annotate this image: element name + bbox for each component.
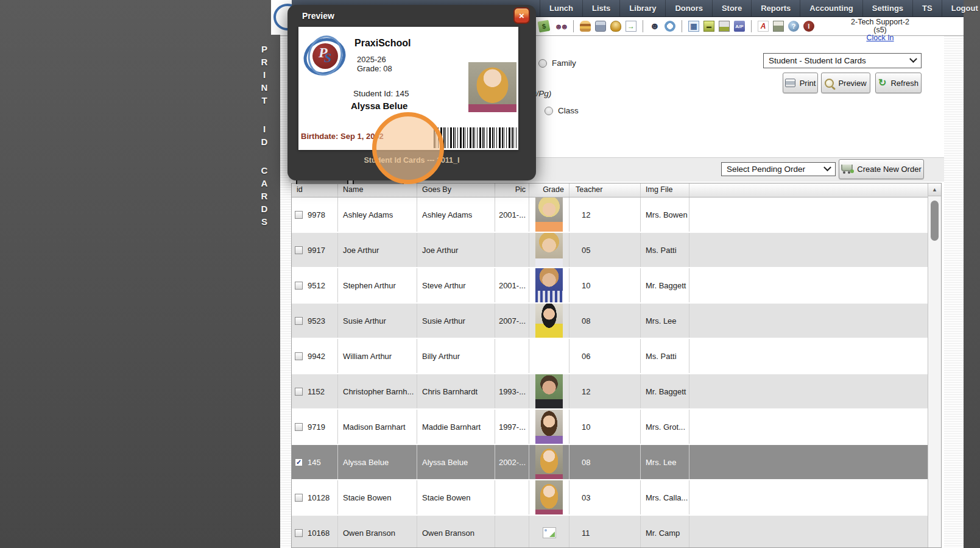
cell [529, 268, 569, 302]
cell: Ashley Adams [417, 197, 495, 232]
row-checkbox[interactable] [295, 211, 303, 219]
chevron-down-icon [909, 55, 917, 63]
cell [495, 339, 529, 373]
student-photo [535, 268, 563, 302]
student-row-9978[interactable]: 9978Ashley AdamsAshley Adams2001-...12Mr… [292, 197, 929, 233]
nav-tab-ts[interactable]: TS [912, 0, 942, 16]
card-grade: Grade: 08 [357, 64, 392, 73]
column-header-pic[interactable]: Pic [495, 183, 529, 197]
student-row-1152[interactable]: 1152Christopher Barnh...Chris Barnhardt1… [292, 374, 929, 410]
family-radio-label: Family [552, 59, 576, 68]
ledger-icon[interactable]: ▦ [688, 21, 699, 32]
family-icon[interactable]: ☻☻ [554, 21, 567, 32]
student-row-9512[interactable]: 9512Stephen ArthurSteve Arthur2001-...10… [292, 268, 929, 304]
cell [529, 445, 569, 479]
card-type-select-value: Student - Student Id Cards [769, 56, 866, 65]
student-row-9523[interactable]: 9523Susie ArthurSusie Arthur2007-...08Mr… [292, 304, 929, 339]
student-row-9942[interactable]: 9942William ArthurBilly Arthur06Ms. Patt… [292, 339, 929, 374]
row-checkbox[interactable] [295, 388, 303, 396]
cell [529, 516, 569, 548]
clock-in-link[interactable]: Clock In [844, 34, 917, 42]
close-button[interactable]: × [513, 7, 530, 24]
cell: Stacie Bowen [417, 480, 495, 514]
row-checkbox[interactable] [295, 423, 303, 431]
row-checkbox[interactable] [295, 529, 303, 537]
cell: 9719 [292, 410, 338, 444]
pdf-icon[interactable]: A [758, 21, 769, 32]
bell-icon[interactable] [610, 21, 621, 32]
column-header-filler[interactable] [689, 183, 929, 197]
export-icon[interactable]: → [626, 21, 636, 32]
row-checkbox[interactable] [295, 494, 303, 502]
cell [495, 233, 529, 267]
cell: 9917 [292, 233, 338, 267]
cell [529, 233, 569, 267]
locker-icon[interactable] [595, 21, 606, 32]
student-row-9719[interactable]: 9719Madison BarnhartMaddie Barnhart1997-… [292, 410, 929, 445]
nav-tab-logout[interactable]: Logout [942, 0, 980, 16]
alarm-clock-icon[interactable] [664, 21, 675, 32]
nav-tab-lunch[interactable]: Lunch [540, 0, 582, 16]
radio-circle-icon[interactable] [538, 59, 547, 68]
staff-icon[interactable]: ☻ [649, 21, 660, 32]
preview-button[interactable]: Preview [821, 73, 870, 93]
row-checkbox[interactable] [295, 317, 303, 325]
column-header-name[interactable]: Name [338, 183, 417, 197]
nav-tab-reports[interactable]: Reports [751, 0, 800, 16]
student-id: 9917 [308, 246, 325, 255]
power-icon[interactable]: I [803, 21, 814, 32]
print-button[interactable]: Print [783, 73, 818, 93]
pending-order-select[interactable]: Select Pending Order [721, 162, 836, 176]
user-label: 2-Tech Support-2 (s5) [844, 18, 917, 34]
vertical-letter: R [255, 55, 273, 68]
cell [529, 197, 569, 232]
create-order-label: Create New Order [857, 165, 921, 174]
create-new-order-button[interactable]: Create New Order [839, 159, 924, 179]
card-type-select[interactable]: Student - Student Id Cards [763, 53, 922, 68]
nav-tab-library[interactable]: Library [619, 0, 665, 16]
lunch-icon[interactable] [580, 21, 591, 32]
cash-icon[interactable]: $ [538, 20, 551, 33]
student-id: 9978 [308, 210, 325, 219]
cart-icon [841, 165, 853, 171]
row-checkbox[interactable] [295, 352, 303, 360]
student-row-10168[interactable]: 10168Owen BransonOwen Branson11Mr. Camp [292, 516, 929, 548]
student-row-145[interactable]: ✓145Alyssa BelueAlyssa Belue2002-...08Mr… [292, 445, 929, 480]
student-id: 10168 [308, 528, 330, 538]
scroll-thumb[interactable] [931, 201, 939, 241]
click-highlight [372, 112, 444, 184]
nav-tab-lists[interactable]: Lists [582, 0, 619, 16]
column-header-teacher[interactable]: Teacher [569, 183, 641, 197]
row-checkbox[interactable] [295, 282, 303, 290]
row-checkbox[interactable] [295, 246, 303, 254]
radio-circle-icon[interactable] [545, 107, 553, 115]
row-checkbox-checked[interactable]: ✓ [295, 458, 303, 466]
accounts-payable-icon[interactable]: A/P [734, 21, 745, 32]
family-radio[interactable]: Family [538, 59, 576, 68]
nav-tab-donors[interactable]: Donors [665, 0, 712, 16]
table-scrollbar[interactable]: ▲ [928, 183, 941, 547]
column-header-id[interactable]: id [292, 183, 338, 197]
cell: Mrs. Lee [641, 445, 689, 479]
class-radio[interactable]: Class [545, 106, 579, 115]
column-header-goes-by[interactable]: Goes By [417, 183, 495, 197]
help-icon[interactable]: ? [788, 21, 799, 32]
refresh-button[interactable]: ↻ Refresh [875, 73, 922, 93]
column-header-img-file[interactable]: Img File [641, 183, 689, 197]
student-row-10128[interactable]: 10128Stacie BowenStacie Bowen03Mrs. Call… [292, 480, 929, 516]
cell [529, 339, 569, 373]
scroll-up-button[interactable]: ▲ [928, 183, 941, 196]
nav-tab-accounting[interactable]: Accounting [800, 0, 862, 16]
cash-register-icon[interactable] [773, 21, 784, 32]
print-checks-icon[interactable] [719, 21, 730, 32]
check-icon[interactable]: ▬ [703, 21, 714, 32]
vertical-letter: P [255, 43, 273, 55]
nav-tab-store[interactable]: Store [712, 0, 751, 16]
student-row-9917[interactable]: 9917Joe ArthurJoe Arthur05Ms. Patti [292, 233, 929, 268]
nav-tab-settings[interactable]: Settings [862, 0, 912, 16]
cell: Mrs. Grot... [641, 410, 689, 444]
toolbar-separator [751, 20, 752, 32]
close-icon: × [519, 11, 524, 20]
cell [495, 480, 529, 514]
column-header-grade[interactable]: Grade [529, 183, 569, 197]
